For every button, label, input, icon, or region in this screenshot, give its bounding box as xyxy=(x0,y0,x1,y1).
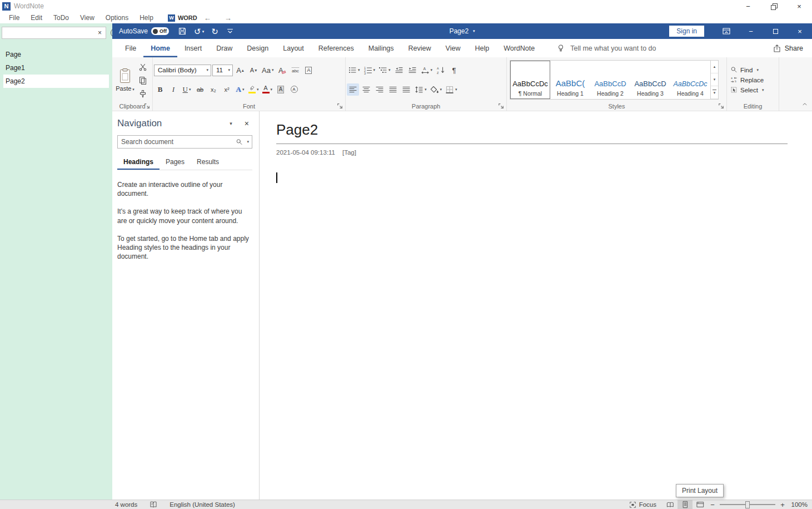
multilevel-list-button[interactable]: ▾ xyxy=(377,64,392,76)
cut-button[interactable] xyxy=(137,62,149,73)
ribbon-tab-file[interactable]: File xyxy=(118,39,143,57)
style-heading4[interactable]: AaBbCcDc Heading 4 xyxy=(670,61,710,99)
character-border-button[interactable]: A xyxy=(302,64,315,76)
find-button[interactable]: Find ▾ xyxy=(730,66,778,73)
asian-layout-button[interactable]: A▾ xyxy=(420,64,434,76)
print-layout-button[interactable] xyxy=(678,500,693,509)
change-case-button[interactable]: Aa▾ xyxy=(261,64,275,76)
undo-button[interactable]: ↺▾ xyxy=(194,27,204,36)
copy-button[interactable] xyxy=(137,75,149,86)
ribbon-tab-references[interactable]: References xyxy=(311,39,361,57)
superscript-button[interactable]: x² xyxy=(221,83,233,96)
app-minimize-button[interactable]: − xyxy=(735,0,761,12)
nav-tab-pages[interactable]: Pages xyxy=(160,156,191,170)
styles-dialog-launcher[interactable] xyxy=(718,103,724,109)
proofing-status-button[interactable] xyxy=(143,500,163,509)
grow-font-button[interactable]: A▴ xyxy=(234,64,246,76)
paragraph-dialog-launcher[interactable] xyxy=(498,103,504,109)
shading-button[interactable]: ▾ xyxy=(429,83,444,96)
document-title-bar[interactable]: Page2 ▾ xyxy=(449,27,475,35)
format-painter-button[interactable] xyxy=(137,88,149,100)
sign-in-button[interactable]: Sign in xyxy=(669,26,704,37)
shrink-font-button[interactable]: A▾ xyxy=(247,64,260,76)
focus-mode-button[interactable]: Focus xyxy=(623,500,662,509)
strikethrough-button[interactable]: ab xyxy=(194,83,206,96)
zoom-slider[interactable] xyxy=(720,500,775,509)
save-button[interactable] xyxy=(178,27,187,36)
ribbon-tab-review[interactable]: Review xyxy=(401,39,439,57)
enclose-characters-button[interactable]: A xyxy=(288,83,300,96)
ribbon-tab-help[interactable]: Help xyxy=(467,39,496,57)
styles-scroll-up-button[interactable]: ▴ xyxy=(711,61,718,73)
text-effects-button[interactable]: A▾ xyxy=(234,83,246,96)
numbering-button[interactable]: 123▾ xyxy=(362,64,377,76)
select-button[interactable]: Select ▾ xyxy=(730,86,778,93)
clear-search-icon[interactable]: × xyxy=(94,29,106,37)
zoom-slider-thumb[interactable] xyxy=(745,501,750,508)
word-maximize-button[interactable] xyxy=(763,23,788,39)
word-document-tab[interactable]: W WORD xyxy=(168,14,197,22)
styles-more-button[interactable]: ▾ xyxy=(711,86,718,99)
paste-button[interactable]: Paste▾ xyxy=(113,58,137,101)
menu-todo[interactable]: ToDo xyxy=(48,14,74,22)
page-item[interactable]: Page1 xyxy=(0,61,112,75)
page-item[interactable]: Page xyxy=(0,48,112,61)
search-options-dropdown[interactable]: ▾ xyxy=(247,140,249,144)
bullets-button[interactable]: ▾ xyxy=(347,64,361,76)
menu-help[interactable]: Help xyxy=(134,14,159,22)
sidebar-search-input[interactable] xyxy=(2,27,94,38)
style-heading3[interactable]: AaBbCcD Heading 3 xyxy=(630,61,670,99)
ribbon-display-options-button[interactable] xyxy=(714,23,739,39)
ribbon-tab-view[interactable]: View xyxy=(439,39,468,57)
replace-button[interactable]: ab Replace xyxy=(730,76,778,83)
word-minimize-button[interactable]: − xyxy=(739,23,763,39)
zoom-out-button[interactable]: − xyxy=(708,501,718,509)
line-spacing-button[interactable]: ▾ xyxy=(414,83,428,96)
bold-button[interactable]: B xyxy=(154,83,166,96)
show-hide-marks-button[interactable]: ¶ xyxy=(448,64,460,76)
back-arrow-button[interactable]: ← xyxy=(197,14,218,22)
menu-file[interactable]: File xyxy=(3,14,25,22)
increase-indent-button[interactable] xyxy=(406,64,419,76)
font-color-button[interactable]: A ▾ xyxy=(261,83,274,96)
font-name-combo[interactable]: Calibri (Body)▾ xyxy=(154,65,211,76)
borders-button[interactable]: ▾ xyxy=(444,83,459,96)
font-dialog-launcher[interactable] xyxy=(337,103,343,109)
subscript-button[interactable]: x₂ xyxy=(207,83,220,96)
navigation-search-input[interactable] xyxy=(121,138,233,146)
align-left-button[interactable] xyxy=(347,83,359,96)
read-mode-button[interactable] xyxy=(662,500,678,509)
ribbon-tab-draw[interactable]: Draw xyxy=(209,39,240,57)
character-shading-button[interactable]: A xyxy=(275,83,287,96)
menu-options[interactable]: Options xyxy=(100,14,134,22)
highlight-button[interactable]: ▾ xyxy=(247,83,260,96)
navigation-options-dropdown[interactable]: ▾ xyxy=(230,121,232,126)
ribbon-tab-layout[interactable]: Layout xyxy=(276,39,311,57)
phonetic-guide-button[interactable]: abc xyxy=(289,64,301,76)
clipboard-dialog-launcher[interactable] xyxy=(144,103,150,109)
customize-qat-button[interactable] xyxy=(226,27,235,36)
menu-edit[interactable]: Edit xyxy=(25,14,48,22)
document-editing-area[interactable]: Page2 2021-05-04 09:13:11 [Tag] xyxy=(260,111,812,500)
search-icon[interactable] xyxy=(236,139,243,146)
forward-arrow-button[interactable]: → xyxy=(218,14,238,22)
sort-button[interactable]: AZ xyxy=(435,64,447,76)
app-close-button[interactable]: × xyxy=(786,0,812,12)
style-heading2[interactable]: AaBbCcD Heading 2 xyxy=(590,61,630,99)
align-center-button[interactable] xyxy=(360,83,372,96)
tell-me-box[interactable]: Tell me what you want to do xyxy=(556,44,656,53)
ribbon-tab-home[interactable]: Home xyxy=(143,39,177,57)
style-heading1[interactable]: AaBbC( Heading 1 xyxy=(550,61,590,99)
nav-tab-headings[interactable]: Headings xyxy=(117,156,160,170)
navigation-close-button[interactable]: × xyxy=(245,119,249,128)
zoom-in-button[interactable]: + xyxy=(778,501,788,509)
distributed-button[interactable] xyxy=(400,83,412,96)
document-meta-line[interactable]: 2021-05-04 09:13:11 [Tag] xyxy=(276,149,788,156)
share-button[interactable]: Share xyxy=(773,44,803,53)
web-layout-button[interactable] xyxy=(693,500,708,509)
nav-tab-results[interactable]: Results xyxy=(191,156,225,170)
font-size-combo[interactable]: 11▾ xyxy=(212,65,233,76)
italic-button[interactable]: I xyxy=(167,83,180,96)
menu-view[interactable]: View xyxy=(74,14,100,22)
page-item-selected[interactable]: Page2 xyxy=(3,75,109,88)
